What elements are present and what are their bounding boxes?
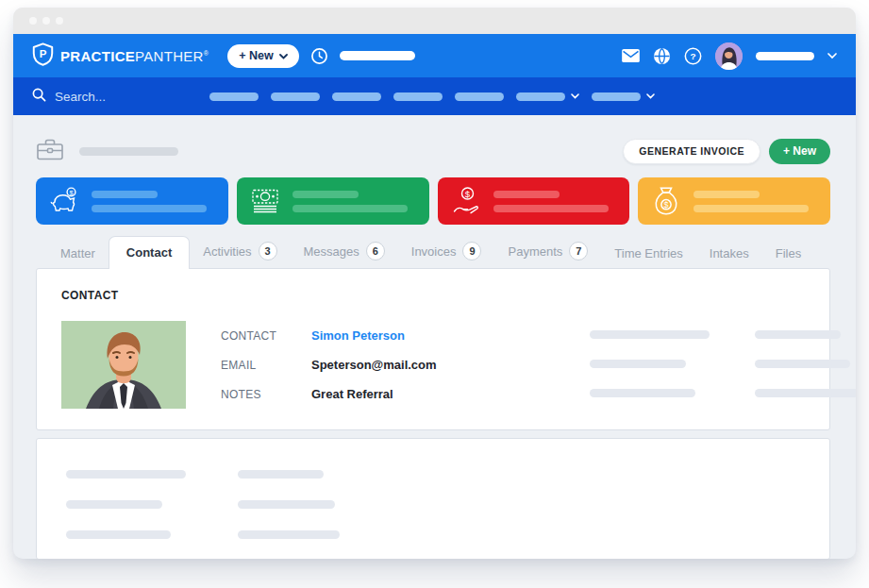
username-placeholder — [756, 52, 814, 60]
details-panel — [36, 438, 830, 559]
chevron-down-icon — [646, 93, 655, 99]
stat-label-placeholder — [92, 191, 158, 198]
stat-card-collected[interactable]: $ — [638, 177, 830, 225]
money-bag-icon: $ — [650, 186, 682, 216]
stat-card-paid[interactable] — [237, 177, 429, 225]
detail-placeholder-column — [238, 470, 340, 559]
generate-invoice-button[interactable]: GENERATE INVOICE — [623, 139, 760, 164]
stat-label-placeholder — [694, 191, 760, 198]
tab-badge: 7 — [569, 242, 588, 260]
tab-badge: 6 — [366, 242, 385, 260]
nav-dropdown-placeholder[interactable] — [592, 92, 655, 101]
tab-bar: Matter Contact Activities3 Messages6 Inv… — [36, 236, 830, 268]
nav-link-placeholder[interactable] — [271, 92, 320, 101]
search-input[interactable]: Search... — [32, 88, 174, 106]
contact-fields: CONTACT Simon Peterson EMAIL Speterson@m… — [221, 321, 437, 409]
tab-activities[interactable]: Activities3 — [190, 234, 290, 268]
page-header: GENERATE INVOICE + New — [36, 134, 830, 168]
chevron-down-icon — [571, 93, 579, 99]
account-chevron-down-icon[interactable] — [827, 53, 837, 59]
search-icon — [32, 88, 46, 106]
stat-value-placeholder — [694, 205, 809, 212]
nav-link-placeholder[interactable] — [332, 92, 381, 101]
stat-value-placeholder — [92, 205, 207, 212]
tab-files[interactable]: Files — [762, 239, 814, 268]
nav-link-placeholder[interactable] — [455, 92, 504, 101]
stat-value-placeholder — [292, 205, 408, 212]
brand-wordmark: PRACTICEPANTHER® — [60, 48, 209, 64]
briefcase-icon — [36, 137, 64, 166]
window-control-dot[interactable] — [42, 17, 50, 25]
window-control-dot[interactable] — [56, 17, 63, 25]
new-button[interactable]: + New — [769, 139, 830, 164]
svg-text:?: ? — [690, 51, 695, 61]
detail-placeholder-column — [66, 470, 186, 559]
contact-panel: CONTACT — [36, 268, 830, 430]
nav-bar: Search... — [13, 77, 856, 115]
contact-name-link[interactable]: Simon Peterson — [311, 328, 405, 343]
stat-value-placeholder — [493, 205, 609, 212]
field-label: CONTACT — [221, 329, 311, 343]
section-title: CONTACT — [61, 289, 807, 302]
tab-payments[interactable]: Payments7 — [494, 234, 601, 268]
field-label: EMAIL — [221, 359, 311, 372]
nav-link-placeholder[interactable] — [209, 92, 259, 101]
help-icon[interactable]: ? — [684, 47, 702, 65]
timer-clock-icon[interactable] — [310, 47, 328, 65]
stat-label-placeholder — [493, 191, 560, 198]
panther-shield-icon: P — [32, 42, 54, 70]
stat-card-outstanding[interactable]: $ — [438, 177, 630, 225]
field-email: EMAIL Speterson@mail.com — [221, 356, 437, 374]
tab-matter[interactable]: Matter — [36, 239, 109, 268]
app-window: P PRACTICEPANTHER® + New ? — [13, 8, 856, 559]
chevron-down-icon — [279, 49, 288, 62]
field-contact: CONTACT Simon Peterson — [221, 327, 437, 344]
svg-text:$: $ — [664, 200, 669, 210]
new-button-top[interactable]: + New — [227, 44, 298, 68]
messages-envelope-icon[interactable] — [622, 49, 640, 62]
field-notes: NOTES Great Referral — [221, 385, 437, 403]
field-placeholder-column — [590, 321, 710, 409]
matter-title-placeholder — [79, 147, 178, 156]
window-control-dot[interactable] — [29, 17, 37, 25]
search-placeholder-text: Search... — [55, 90, 106, 104]
browser-chrome — [13, 8, 856, 34]
tab-intakes[interactable]: Intakes — [696, 239, 762, 268]
stat-label-placeholder — [292, 191, 359, 198]
svg-text:P: P — [40, 48, 47, 59]
contact-email-value: Speterson@mail.com — [311, 358, 437, 372]
globe-icon[interactable] — [653, 47, 671, 65]
field-placeholder-column — [755, 321, 856, 409]
contact-notes-value: Great Referral — [311, 387, 393, 401]
tab-contact[interactable]: Contact — [109, 236, 190, 269]
nav-dropdown-placeholder[interactable] — [516, 92, 579, 101]
user-avatar[interactable] — [715, 42, 743, 70]
stat-cards: $ — [36, 177, 830, 225]
banknote-icon — [249, 188, 281, 214]
hand-coin-icon: $ — [450, 186, 482, 216]
svg-text:$: $ — [464, 189, 470, 199]
tab-invoices[interactable]: Invoices9 — [398, 234, 495, 268]
nav-links — [209, 92, 655, 101]
tab-badge: 3 — [259, 242, 277, 260]
timer-placeholder — [340, 51, 415, 60]
main-content: GENERATE INVOICE + New $ — [13, 115, 856, 559]
tab-messages[interactable]: Messages6 — [291, 234, 398, 268]
nav-link-placeholder[interactable] — [393, 92, 443, 101]
top-bar: P PRACTICEPANTHER® + New ? — [13, 34, 856, 77]
brand-logo[interactable]: P PRACTICEPANTHER® — [32, 42, 209, 70]
tab-time-entries[interactable]: Time Entries — [601, 239, 695, 268]
piggy-bank-icon: $ — [48, 186, 80, 216]
tab-badge: 9 — [462, 242, 481, 260]
stat-card-trust-balance[interactable]: $ — [36, 177, 228, 225]
field-label: NOTES — [221, 388, 311, 401]
contact-photo — [61, 321, 186, 409]
